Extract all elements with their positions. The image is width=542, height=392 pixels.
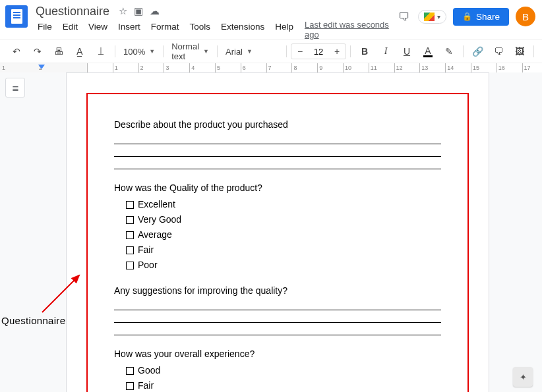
docs-logo[interactable] bbox=[5, 5, 28, 28]
insert-image-button[interactable]: 🖼 bbox=[510, 43, 529, 59]
option-label: Very Good bbox=[138, 213, 181, 227]
separator bbox=[350, 45, 351, 57]
paragraph-style-select[interactable]: Normal text▼ bbox=[167, 43, 213, 59]
last-edit-link[interactable]: Last edit was seconds ago bbox=[305, 20, 397, 40]
zoom-value: 100% bbox=[123, 47, 145, 57]
toolbar: ↶ ↷ 🖶 A̲ ⟘ 100%▼ Normal text▼ Arial▼ − +… bbox=[0, 40, 542, 63]
question-4-options: GoodFairBad bbox=[114, 364, 441, 392]
checkbox-icon bbox=[126, 231, 134, 239]
checkbox-option[interactable]: Fair bbox=[126, 379, 441, 392]
meet-icon bbox=[424, 13, 435, 21]
checkbox-option[interactable]: Excellent bbox=[126, 198, 441, 211]
question-3: Any suggestions for improving the qualit… bbox=[114, 284, 441, 298]
docs-logo-glyph bbox=[11, 9, 22, 24]
checkbox-option[interactable]: Good bbox=[126, 364, 441, 378]
insert-comment-button[interactable]: 🗨 bbox=[489, 43, 508, 59]
bold-button[interactable]: B bbox=[355, 43, 375, 59]
checkbox-icon bbox=[126, 262, 134, 269]
header-right: 🗨 ▾ 🔒 Share B bbox=[397, 4, 535, 26]
align-button[interactable]: ≣ bbox=[538, 43, 542, 59]
option-label: Fair bbox=[138, 243, 154, 257]
option-label: Excellent bbox=[138, 198, 175, 211]
share-label: Share bbox=[476, 12, 500, 22]
comment-history-icon[interactable]: 🗨 bbox=[397, 9, 411, 24]
question-2-options: ExcellentVery GoodAverageFairPoor bbox=[114, 198, 441, 272]
menu-insert[interactable]: Insert bbox=[113, 20, 145, 40]
undo-button[interactable]: ↶ bbox=[7, 43, 26, 59]
document-outline-button[interactable]: ≣ bbox=[5, 78, 25, 98]
highlight-button[interactable]: ✎ bbox=[439, 43, 459, 59]
checkbox-icon bbox=[126, 246, 134, 254]
checkbox-icon bbox=[126, 382, 134, 390]
separator bbox=[286, 45, 287, 57]
chevron-down-icon: ▼ bbox=[203, 48, 209, 55]
document-title[interactable]: Questionnaire bbox=[33, 5, 112, 18]
checkbox-option[interactable]: Very Good bbox=[126, 213, 441, 227]
option-label: Poor bbox=[138, 258, 158, 272]
spellcheck-button[interactable]: A̲ bbox=[70, 43, 90, 59]
separator bbox=[463, 45, 464, 57]
star-icon[interactable]: ☆ bbox=[119, 5, 127, 17]
meet-button[interactable]: ▾ bbox=[418, 10, 446, 24]
underline-button[interactable]: U bbox=[397, 43, 417, 59]
font-size-decrease[interactable]: − bbox=[291, 43, 309, 59]
paint-format-button[interactable]: ⟘ bbox=[91, 43, 111, 59]
font-select[interactable]: Arial▼ bbox=[222, 43, 282, 59]
account-avatar[interactable]: B bbox=[516, 7, 535, 26]
ruler-tick: 1 bbox=[2, 65, 5, 71]
style-value: Normal text bbox=[171, 42, 199, 61]
separator bbox=[533, 45, 534, 57]
menu-file[interactable]: File bbox=[33, 20, 57, 40]
font-size-stepper: − + bbox=[291, 43, 346, 59]
chevron-down-icon: ▾ bbox=[437, 13, 440, 20]
separator bbox=[115, 45, 115, 57]
option-label: Good bbox=[138, 364, 160, 378]
checkbox-option[interactable]: Fair bbox=[126, 243, 441, 257]
font-size-increase[interactable]: + bbox=[328, 43, 346, 59]
checkbox-icon bbox=[126, 216, 134, 224]
workspace: ≣ Describe about the product you purchas… bbox=[0, 72, 542, 392]
share-button[interactable]: 🔒 Share bbox=[453, 8, 509, 26]
option-label: Fair bbox=[138, 379, 154, 392]
document-page[interactable]: Describe about the product you purchased… bbox=[66, 72, 489, 392]
menu-bar: File Edit View Insert Format Tools Exten… bbox=[33, 18, 397, 40]
redo-button[interactable]: ↷ bbox=[28, 43, 47, 59]
font-size-input[interactable] bbox=[309, 46, 328, 57]
menu-tools[interactable]: Tools bbox=[185, 20, 216, 40]
checkbox-icon bbox=[126, 201, 134, 209]
cloud-status-icon[interactable]: ☁ bbox=[150, 5, 160, 17]
question-4: How was your overall experience? bbox=[114, 347, 441, 361]
app-header: Questionnaire ☆ ▣ ☁ File Edit View Inser… bbox=[0, 0, 542, 40]
explore-button[interactable]: ✦ bbox=[513, 367, 533, 387]
print-button[interactable]: 🖶 bbox=[49, 43, 69, 59]
checkbox-option[interactable]: Poor bbox=[126, 258, 441, 272]
menu-format[interactable]: Format bbox=[146, 20, 184, 40]
chevron-down-icon: ▼ bbox=[247, 48, 253, 55]
answer-lines bbox=[114, 300, 441, 335]
checkbox-option[interactable]: Average bbox=[126, 228, 441, 242]
font-value: Arial bbox=[226, 47, 243, 57]
option-label: Average bbox=[138, 228, 172, 242]
separator bbox=[217, 45, 218, 57]
title-area: Questionnaire ☆ ▣ ☁ File Edit View Inser… bbox=[33, 4, 397, 40]
menu-extensions[interactable]: Extensions bbox=[216, 20, 269, 40]
question-1: Describe about the product you purchased bbox=[114, 118, 441, 132]
question-2: How was the Quality of the product? bbox=[114, 181, 441, 195]
menu-edit[interactable]: Edit bbox=[58, 20, 82, 40]
checkbox-icon bbox=[126, 367, 134, 375]
answer-lines bbox=[114, 134, 441, 169]
insert-link-button[interactable]: 🔗 bbox=[467, 43, 487, 59]
page-content[interactable]: Describe about the product you purchased… bbox=[86, 93, 469, 392]
lock-icon: 🔒 bbox=[462, 12, 472, 21]
chevron-down-icon: ▼ bbox=[149, 48, 155, 55]
annotation-label: Questionnaire bbox=[1, 315, 65, 326]
menu-view[interactable]: View bbox=[84, 20, 112, 40]
text-color-button[interactable]: A bbox=[418, 43, 438, 59]
italic-button[interactable]: I bbox=[376, 43, 396, 59]
move-icon[interactable]: ▣ bbox=[134, 5, 143, 17]
menu-help[interactable]: Help bbox=[270, 20, 298, 40]
zoom-select[interactable]: 100%▼ bbox=[119, 43, 159, 59]
separator bbox=[163, 45, 164, 57]
